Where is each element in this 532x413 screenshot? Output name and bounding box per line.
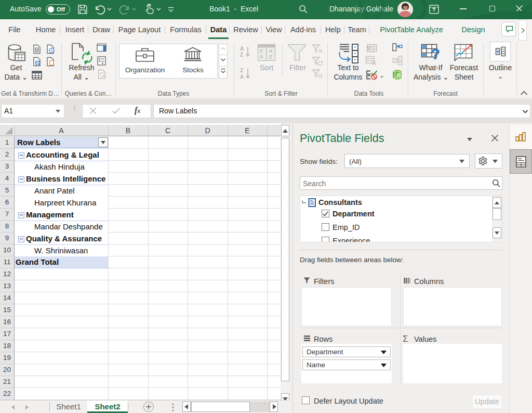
svg-text:A: A bbox=[269, 48, 273, 54]
svg-text:A: A bbox=[260, 54, 263, 59]
svg-text:A: A bbox=[240, 46, 244, 51]
svg-text:Z: Z bbox=[240, 68, 243, 73]
svg-text:Z: Z bbox=[269, 54, 272, 59]
svg-text:?: ? bbox=[431, 45, 440, 62]
svg-text:Z: Z bbox=[260, 48, 263, 54]
svg-text:A: A bbox=[240, 74, 244, 80]
svg-text:Z: Z bbox=[240, 52, 243, 58]
